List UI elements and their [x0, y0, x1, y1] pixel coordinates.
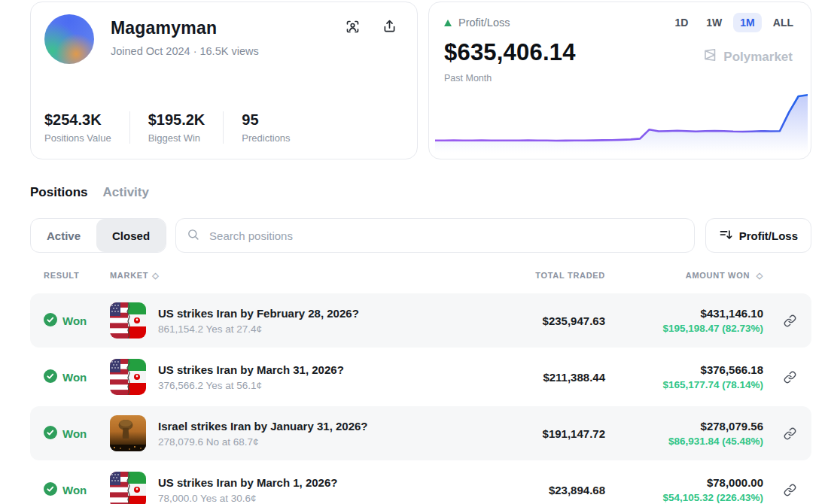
market-link-icon[interactable] [763, 427, 799, 440]
pnl-header: Profit/Loss 1D1W1MALL [429, 2, 811, 32]
avatar [44, 14, 94, 64]
stat-label: Predictions [242, 132, 290, 144]
header-amount-won-label: AMOUNT WON [686, 271, 750, 280]
total-traded-value: $23,894.68 [492, 484, 605, 496]
pnl-chart-area [435, 95, 808, 153]
profile-page: Magamyman Joined Oct 2024 · 16.5K views [0, 0, 828, 504]
result-badge: Won [44, 369, 110, 385]
total-traded-value: $211,388.44 [492, 371, 605, 384]
header-amount-won[interactable]: AMOUNT WON ◇ [605, 271, 763, 281]
market-image-us-iran-flags [110, 302, 146, 339]
sort-button-label: Profit/Loss [739, 229, 798, 242]
profit-value: $195,198.47 (82.73%) [605, 323, 763, 334]
profile-meta: Joined Oct 2024 · 16.5K views [111, 45, 259, 57]
share-upload-icon[interactable] [382, 19, 397, 35]
sort-profit-loss-button[interactable]: Profit/Loss [705, 218, 811, 253]
market-image-israel-iran-explosion [110, 415, 146, 451]
active-closed-toggle: ActiveClosed [30, 218, 166, 253]
search-box[interactable] [175, 218, 695, 253]
search-icon [187, 228, 199, 244]
result-label: Won [62, 484, 87, 496]
market-title[interactable]: US strikes Iran by February 28, 2026? [158, 307, 359, 320]
market-cell: US strikes Iran by March 1, 2026?78,000.… [110, 472, 492, 504]
stat-predictions: 95Predictions [223, 111, 308, 144]
filter-row: ActiveClosed Profit/Loss [30, 218, 811, 253]
won-check-icon [44, 313, 57, 329]
polymarket-watermark: Polymarket [702, 47, 793, 66]
table-header: RESULT MARKET ◇ TOTAL TRADED AMOUNT WON … [30, 266, 811, 284]
pnl-card: Profit/Loss 1D1W1MALL $635,406.14 Polyma… [428, 2, 811, 159]
amount-won-cell: $278,079.56$86,931.84 (45.48%) [605, 420, 763, 447]
market-title[interactable]: Israel strikes Iran by January 31, 2026? [158, 420, 368, 433]
table-row[interactable]: WonUS strikes Iran by March 31, 2026?376… [30, 350, 811, 404]
won-check-icon [44, 482, 57, 498]
market-text: US strikes Iran by March 1, 2026?78,000.… [158, 476, 337, 504]
result-badge: Won [44, 313, 110, 329]
pnl-label: Profit/Loss [458, 17, 510, 29]
market-title[interactable]: US strikes Iran by March 1, 2026? [158, 476, 337, 489]
profile-stats: $254.3KPositions Value$195.2KBiggest Win… [44, 111, 402, 144]
face-scan-icon[interactable] [345, 19, 361, 35]
market-position: 78,000.0 Yes at 30.6¢ [158, 493, 337, 504]
segment-active[interactable]: Active [31, 219, 96, 252]
market-sort-icon: ◇ [152, 271, 159, 281]
table-row[interactable]: WonUS strikes Iran by February 28, 2026?… [30, 293, 811, 348]
market-link-icon[interactable] [763, 484, 799, 496]
profit-value: $165,177.74 (78.14%) [605, 379, 763, 390]
range-1d[interactable]: 1D [668, 13, 695, 32]
market-link-icon[interactable] [763, 371, 799, 384]
header-market-label: MARKET [110, 271, 148, 280]
tab-positions[interactable]: Positions [30, 185, 88, 200]
header-result: RESULT [44, 271, 110, 280]
polymarket-logo-icon [702, 47, 717, 66]
market-position: 861,154.2 Yes at 27.4¢ [158, 323, 359, 335]
pnl-chart [435, 89, 808, 153]
top-cards: Magamyman Joined Oct 2024 · 16.5K views [30, 2, 811, 159]
market-cell: Israel strikes Iran by January 31, 2026?… [110, 415, 492, 451]
amount-won-value: $278,079.56 [605, 420, 763, 433]
profile-name: Magamyman [111, 18, 259, 38]
stat-value: 95 [242, 111, 290, 129]
amount-won-value: $431,146.10 [605, 307, 763, 320]
amount-won-cell: $78,000.00$54,105.32 (226.43%) [605, 476, 763, 503]
range-1m[interactable]: 1M [733, 13, 761, 32]
market-text: US strikes Iran by March 31, 2026?376,56… [158, 363, 344, 391]
stat-positions-value: $254.3KPositions Value [44, 111, 129, 144]
search-input[interactable] [208, 229, 683, 243]
market-text: Israel strikes Iran by January 31, 2026?… [158, 420, 368, 448]
market-link-icon[interactable] [763, 314, 799, 327]
won-check-icon [44, 369, 57, 385]
profile-actions [345, 19, 397, 35]
sort-descending-icon [719, 228, 732, 244]
profit-value: $86,931.84 (45.48%) [605, 436, 763, 447]
stat-label: Biggest Win [148, 132, 205, 144]
market-title[interactable]: US strikes Iran by March 31, 2026? [158, 363, 344, 376]
market-image-us-iran-flags [110, 359, 146, 395]
amount-won-value: $376,566.18 [605, 363, 763, 376]
market-position: 278,079.6 No at 68.7¢ [158, 436, 368, 448]
range-all[interactable]: ALL [766, 13, 800, 32]
amount-won-sort-icon: ◇ [756, 271, 763, 280]
tab-activity[interactable]: Activity [103, 185, 149, 200]
table-row[interactable]: WonUS strikes Iran by March 1, 2026?78,0… [30, 463, 811, 504]
stat-value: $254.3K [44, 111, 111, 129]
profit-value: $54,105.32 (226.43%) [605, 492, 763, 503]
header-total-traded: TOTAL TRADED [492, 271, 605, 280]
polymarket-wordmark: Polymarket [723, 50, 793, 65]
amount-won-cell: $431,146.10$195,198.47 (82.73%) [605, 307, 763, 334]
time-range-group: 1D1W1MALL [668, 13, 800, 32]
won-check-icon [44, 426, 57, 442]
up-triangle-icon [444, 20, 452, 26]
stat-biggest-win: $195.2KBiggest Win [129, 111, 224, 144]
header-market[interactable]: MARKET ◇ [110, 271, 492, 281]
pnl-label-group: Profit/Loss [444, 17, 510, 29]
result-badge: Won [44, 426, 110, 442]
positions-table-rows: WonUS strikes Iran by February 28, 2026?… [30, 293, 811, 504]
result-badge: Won [44, 482, 110, 498]
segment-closed[interactable]: Closed [96, 219, 166, 252]
table-row[interactable]: WonIsrael strikes Iran by January 31, 20… [30, 406, 811, 460]
range-1w[interactable]: 1W [699, 13, 729, 32]
stat-label: Positions Value [44, 132, 111, 144]
market-position: 376,566.2 Yes at 56.1¢ [158, 380, 344, 391]
amount-won-cell: $376,566.18$165,177.74 (78.14%) [605, 363, 763, 390]
